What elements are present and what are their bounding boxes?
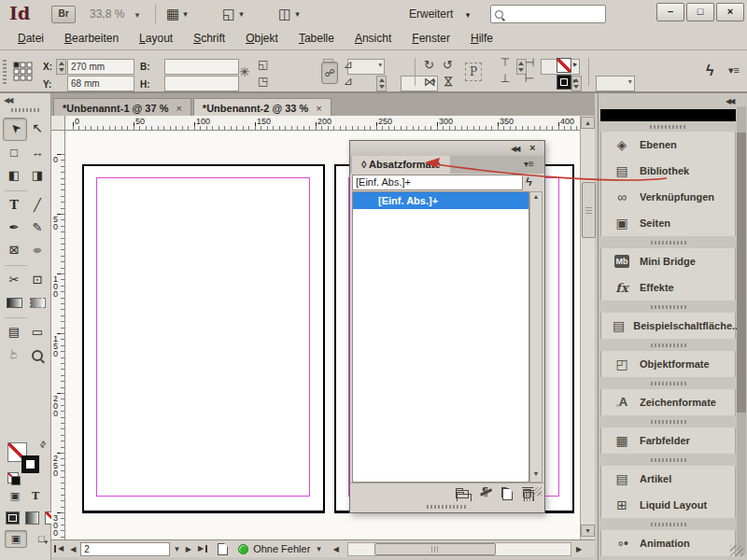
style-list-item[interactable]: [Einf. Abs.]+ [353, 192, 529, 209]
tool-button[interactable] [5, 261, 27, 266]
collapse-panel-icon[interactable]: ◀◀ [511, 145, 518, 153]
clear-overrides-button[interactable]: ¶ [482, 486, 488, 498]
constrain-dimensions-icon[interactable]: ✳ [239, 64, 250, 79]
horizontal-scroll-thumb[interactable] [374, 543, 496, 555]
dock-panel-button[interactable]: Mb Mini Bridge [600, 248, 736, 274]
formatting-affects-text-button[interactable]: T [28, 489, 43, 503]
x-spinner[interactable] [56, 59, 66, 75]
preview-view-button[interactable]: □▾ [33, 531, 53, 547]
tool-button[interactable] [5, 187, 27, 191]
preflight-dropdown-icon[interactable]: ▾ [315, 544, 323, 553]
menu-item[interactable]: Ansicht [345, 28, 402, 49]
paragraph-styles-tab[interactable]: ◊ Absatzformate [352, 156, 450, 174]
search-input[interactable] [503, 7, 596, 21]
flip-vertical-button[interactable]: ⋈ [442, 76, 456, 88]
tool-button[interactable]: ● [26, 239, 49, 260]
dock-panel-button[interactable] [600, 518, 736, 530]
next-page-button[interactable]: ▶ [184, 545, 193, 553]
dock-panel-button[interactable] [600, 339, 736, 351]
close-panel-icon[interactable]: × [529, 142, 535, 153]
scroll-up-arrow[interactable]: ▲ [530, 193, 542, 200]
scale-x-dropdown[interactable] [347, 59, 385, 75]
dock-panel-button[interactable]: ▤ Artikel [600, 466, 736, 492]
tool-button[interactable] [26, 343, 49, 365]
formatting-affects-container-button[interactable]: ▣ [7, 489, 22, 503]
flip-horizontal-button[interactable]: ⋈ [424, 75, 436, 89]
dock-panel-button[interactable]: ⊞ Liquid Layout [600, 492, 736, 518]
minimize-button[interactable]: – [656, 3, 684, 21]
shear-dropdown[interactable] [596, 76, 635, 91]
scroll-down-arrow[interactable]: ▼ [530, 470, 542, 477]
reference-point-proxy[interactable] [13, 62, 34, 82]
page-dropdown-icon[interactable]: ▾ [173, 544, 181, 553]
tool-button[interactable]: ☞ [3, 343, 25, 365]
menu-item[interactable]: Hilfe [460, 28, 503, 49]
dock-panel-button[interactable]: ▣ Seiten [600, 210, 736, 236]
window-resize-grip[interactable] [730, 545, 743, 556]
horizontal-scrollbar[interactable] [347, 542, 571, 556]
tool-button[interactable]: ⊡ [26, 269, 49, 290]
tool-button[interactable] [3, 291, 25, 313]
last-page-button[interactable]: ▶ [196, 545, 207, 553]
normal-view-button[interactable]: ▣ [5, 530, 27, 548]
arrange-documents-dropdown[interactable]: ◫ ▾ [278, 5, 300, 23]
tool-button[interactable]: ◨ [26, 164, 49, 186]
dock-scrollbar[interactable] [737, 106, 746, 554]
vertical-scroll-thumb[interactable] [582, 182, 596, 238]
dock-panel-button[interactable] [600, 301, 736, 313]
quick-apply-lightning-icon[interactable]: ϟ [706, 63, 713, 79]
select-object-button[interactable]: ⊤ [493, 56, 517, 72]
panel-menu-icon[interactable]: ▾≡ [524, 159, 534, 169]
tool-button[interactable] [5, 314, 27, 318]
tool-button[interactable]: ➤ [3, 118, 27, 141]
tool-button[interactable]: ↔ [26, 142, 49, 163]
dock-panel-button[interactable] [600, 236, 736, 248]
tool-button[interactable]: ✎ [26, 217, 49, 238]
vertical-scrollbar[interactable]: ▲ ▼ [580, 116, 595, 539]
dock-panel-button[interactable]: A Zeichenformate [600, 389, 736, 415]
scroll-left-arrow[interactable]: ◀ [331, 545, 341, 553]
scroll-up-arrow[interactable]: ▲ [581, 117, 595, 129]
panel-bottom-drag-strip[interactable] [350, 501, 544, 512]
ruler-origin-corner[interactable] [51, 116, 65, 131]
constrain-scale-link-button[interactable]: ☍ [321, 62, 338, 84]
dock-panel-button[interactable]: ▦ Farbfelder [600, 427, 736, 454]
select-object-button[interactable]: ⊢ [517, 72, 542, 88]
dock-scroll-thumb[interactable] [737, 133, 746, 413]
dock-panel-button[interactable]: ▤ Bibliothek [600, 158, 736, 184]
tool-button[interactable]: ▭ [26, 321, 49, 343]
page-1[interactable] [82, 164, 325, 513]
panel-title-bar[interactable]: ◀◀ × [350, 141, 544, 157]
dock-panel-button[interactable]: ◰ Objektformate [600, 351, 736, 377]
view-options-dropdown[interactable]: ▦ ▾ [166, 5, 188, 23]
tool-button[interactable]: ▤ [3, 321, 25, 343]
tool-button[interactable]: ✒ [3, 217, 25, 238]
menu-item[interactable]: Tabelle [289, 28, 345, 49]
tool-button[interactable] [26, 291, 49, 313]
x-field[interactable]: 270 mm [67, 59, 134, 75]
scroll-down-arrow[interactable]: ▼ [581, 525, 595, 537]
expand-panels-icon[interactable]: ◀◀ [726, 97, 733, 105]
dock-panel-button[interactable]: ∞ Verknüpfungen [600, 184, 736, 210]
rotate-cw-button[interactable]: ↻ [424, 58, 434, 72]
apply-gradient-button[interactable] [25, 511, 39, 525]
page-number-field[interactable]: 2 [80, 542, 170, 556]
dock-panel-button[interactable] [600, 377, 736, 389]
bridge-button[interactable]: Br [51, 6, 76, 23]
dock-panel-button[interactable] [600, 415, 736, 427]
rotate-ccw-button[interactable]: ↺ [443, 58, 453, 72]
stroke-swatch[interactable] [21, 455, 39, 473]
close-button[interactable]: × [716, 3, 744, 21]
create-new-style-button[interactable] [501, 487, 510, 497]
swap-fill-stroke-icon[interactable]: ⇄ [37, 439, 49, 450]
document-tab[interactable]: *Unbenannt-2 @ 33 % × [193, 98, 331, 117]
menu-item[interactable]: Layout [129, 28, 183, 49]
tool-button[interactable]: ⊠ [3, 239, 25, 260]
menu-item[interactable]: Bearbeiten [54, 28, 129, 49]
screen-mode-dropdown[interactable]: ◱ ▾ [222, 5, 244, 23]
dock-panel-button[interactable]: ◈ Ebenen [600, 132, 736, 158]
tool-button[interactable]: ↖ [26, 118, 49, 139]
close-tab-icon[interactable]: × [176, 103, 181, 114]
stroke-swatch-black[interactable] [557, 75, 571, 90]
menu-item[interactable]: Objekt [235, 28, 289, 49]
